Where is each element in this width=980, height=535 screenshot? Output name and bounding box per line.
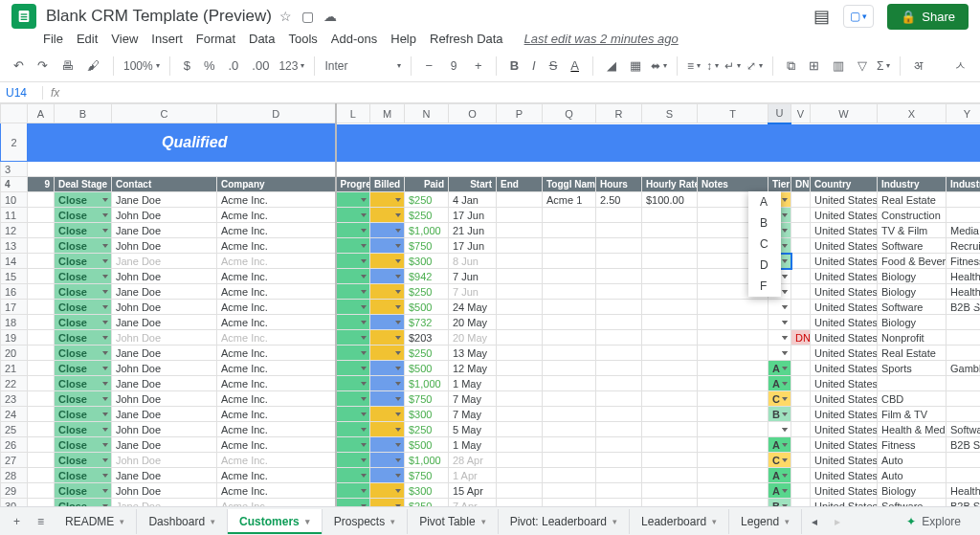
column-header[interactable]: W bbox=[811, 104, 878, 123]
billed-cell[interactable] bbox=[370, 223, 405, 238]
start-cell[interactable]: 7 May bbox=[449, 407, 497, 422]
functions-button[interactable]: Σ▾ bbox=[877, 59, 890, 73]
tier-option[interactable]: C bbox=[748, 234, 783, 255]
progress-cell[interactable] bbox=[336, 468, 370, 483]
paid-cell[interactable]: $1,000 bbox=[405, 223, 449, 238]
contact-cell[interactable]: Jane Doe bbox=[112, 223, 217, 238]
billed-cell[interactable] bbox=[370, 422, 405, 437]
start-cell[interactable]: 7 Jun bbox=[449, 284, 497, 300]
undo-button[interactable]: ↶ bbox=[10, 56, 28, 76]
start-cell[interactable]: 17 Jun bbox=[449, 238, 497, 254]
contact-cell[interactable]: John Doe bbox=[112, 300, 217, 315]
company-cell[interactable]: Acme Inc. bbox=[217, 361, 336, 376]
fill-color-button[interactable]: ◢ bbox=[603, 56, 620, 76]
wrap-button[interactable]: ↵▾ bbox=[724, 59, 741, 73]
company-cell[interactable]: Acme Inc. bbox=[217, 437, 336, 453]
sheet-tab-dashboard[interactable]: Dashboard▾ bbox=[137, 509, 228, 534]
billed-cell[interactable] bbox=[370, 208, 405, 223]
company-cell[interactable]: Acme Inc. bbox=[217, 422, 336, 437]
paid-cell[interactable]: $250 bbox=[405, 192, 449, 208]
font-size-input[interactable]: 9 bbox=[442, 59, 465, 73]
menu-tools[interactable]: Tools bbox=[288, 32, 317, 46]
contact-cell[interactable]: John Doe bbox=[112, 269, 217, 284]
chart-button[interactable]: ▥ bbox=[829, 56, 848, 76]
progress-cell[interactable] bbox=[336, 407, 370, 422]
redo-button[interactable]: ↷ bbox=[33, 56, 52, 76]
paid-cell[interactable]: $250 bbox=[405, 208, 449, 223]
deal-stage-cell[interactable]: Close bbox=[55, 300, 112, 315]
tier-cell[interactable]: A bbox=[768, 437, 791, 453]
move-icon[interactable]: ▢ bbox=[301, 9, 314, 24]
progress-cell[interactable] bbox=[336, 330, 370, 346]
progress-cell[interactable] bbox=[336, 238, 370, 254]
sheets-logo-icon[interactable] bbox=[11, 4, 36, 29]
share-button[interactable]: 🔒Share bbox=[887, 4, 969, 30]
progress-cell[interactable] bbox=[336, 192, 370, 208]
column-header[interactable]: R bbox=[596, 104, 642, 123]
deal-stage-cell[interactable]: Close bbox=[55, 269, 112, 284]
font-select[interactable]: Inter▾ bbox=[324, 59, 401, 73]
tier-cell[interactable] bbox=[768, 422, 791, 437]
font-size-increase[interactable]: + bbox=[471, 56, 486, 76]
column-header[interactable]: V bbox=[791, 104, 811, 123]
column-header[interactable]: B bbox=[55, 104, 112, 123]
contact-cell[interactable]: John Doe bbox=[112, 391, 217, 407]
tier-cell[interactable] bbox=[768, 330, 791, 346]
company-cell[interactable]: Acme Inc. bbox=[217, 468, 336, 483]
merge-button[interactable]: ⬌▾ bbox=[651, 59, 667, 73]
column-header[interactable]: O bbox=[449, 104, 497, 123]
paid-cell[interactable]: $250 bbox=[405, 422, 449, 437]
paid-cell[interactable]: $750 bbox=[405, 468, 449, 483]
deal-stage-cell[interactable]: Close bbox=[55, 208, 112, 223]
billed-cell[interactable] bbox=[370, 468, 405, 483]
contact-cell[interactable]: John Doe bbox=[112, 422, 217, 437]
billed-cell[interactable] bbox=[370, 330, 405, 346]
progress-cell[interactable] bbox=[336, 208, 370, 223]
sheet-tab-customers[interactable]: Customers▾ bbox=[228, 509, 323, 534]
paid-cell[interactable]: $942 bbox=[405, 269, 449, 284]
comments-icon[interactable]: ▤ bbox=[813, 6, 830, 27]
font-size-decrease[interactable]: − bbox=[421, 56, 436, 76]
deal-stage-cell[interactable]: Close bbox=[55, 223, 112, 238]
paid-cell[interactable]: $500 bbox=[405, 300, 449, 315]
paint-format-button[interactable]: 🖌 bbox=[83, 56, 103, 76]
company-cell[interactable]: Acme Inc. bbox=[217, 208, 336, 223]
sheet-tab-pivot--leaderboard[interactable]: Pivot: Leaderboard▾ bbox=[499, 509, 630, 534]
document-title[interactable]: Blank CRM Template (Preview) bbox=[46, 7, 272, 26]
start-cell[interactable]: 17 Jun bbox=[449, 208, 497, 223]
column-header[interactable]: Y bbox=[947, 104, 981, 123]
deal-stage-cell[interactable]: Close bbox=[55, 330, 112, 346]
start-cell[interactable]: 12 May bbox=[449, 361, 497, 376]
deal-stage-cell[interactable]: Close bbox=[55, 422, 112, 437]
start-cell[interactable]: 20 May bbox=[449, 315, 497, 330]
paid-cell[interactable]: $500 bbox=[405, 437, 449, 453]
percent-button[interactable]: % bbox=[200, 56, 219, 76]
column-header[interactable]: T bbox=[698, 104, 768, 123]
valign-button[interactable]: ↕▾ bbox=[706, 59, 719, 73]
tier-cell[interactable]: A bbox=[768, 376, 791, 391]
text-color-button[interactable]: A bbox=[567, 56, 583, 76]
deal-stage-cell[interactable]: Close bbox=[55, 376, 112, 391]
menu-view[interactable]: View bbox=[111, 32, 138, 46]
tier-option[interactable]: D bbox=[748, 255, 783, 276]
explore-button[interactable]: ✦Explore bbox=[906, 515, 974, 528]
column-header[interactable]: N bbox=[405, 104, 449, 123]
column-header[interactable]: C bbox=[112, 104, 217, 123]
contact-cell[interactable]: Jane Doe bbox=[112, 192, 217, 208]
contact-cell[interactable]: Jane Doe bbox=[112, 315, 217, 330]
increase-decimal-button[interactable]: .00 bbox=[248, 56, 273, 76]
menu-file[interactable]: File bbox=[43, 32, 63, 46]
contact-cell[interactable]: John Doe bbox=[112, 453, 217, 468]
deal-stage-cell[interactable]: Close bbox=[55, 284, 112, 300]
bold-button[interactable]: B bbox=[506, 56, 523, 76]
zoom-select[interactable]: 100%▾ bbox=[123, 59, 160, 73]
contact-cell[interactable]: Jane Doe bbox=[112, 407, 217, 422]
tier-cell[interactable]: A bbox=[768, 483, 791, 499]
paid-cell[interactable]: $500 bbox=[405, 361, 449, 376]
start-cell[interactable]: 7 Jun bbox=[449, 269, 497, 284]
name-box[interactable]: U14 bbox=[0, 86, 43, 100]
paid-cell[interactable]: $750 bbox=[405, 391, 449, 407]
progress-cell[interactable] bbox=[336, 300, 370, 315]
sheet-tab-leaderboard[interactable]: Leaderboard▾ bbox=[630, 509, 729, 534]
add-sheet-button[interactable]: + bbox=[6, 509, 28, 534]
